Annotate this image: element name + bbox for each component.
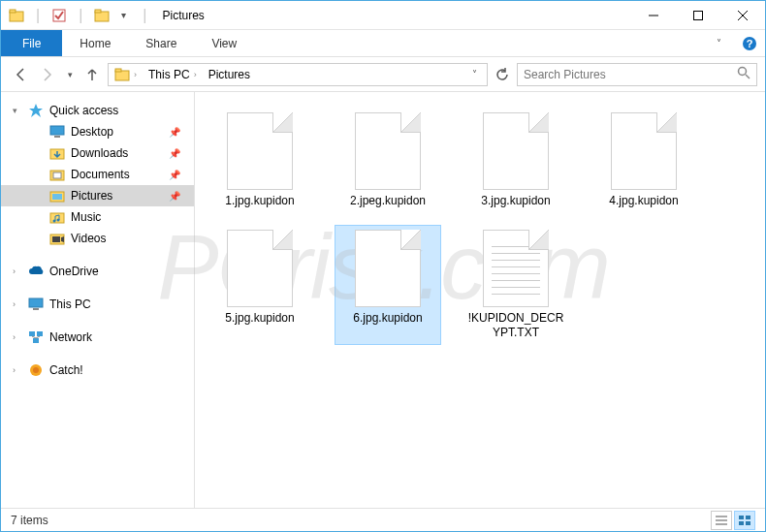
- nav-label: This PC: [49, 297, 91, 311]
- folder-icon: [49, 231, 65, 246]
- sidebar-item-downloads[interactable]: Downloads📌: [1, 142, 194, 164]
- nav-catch[interactable]: ›Catch!: [1, 360, 194, 381]
- file-label: 5.jpg.kupidon: [225, 311, 294, 326]
- folder-icon: [49, 145, 65, 161]
- svg-rect-31: [33, 338, 39, 343]
- file-item[interactable]: 1.jpg.kupidon: [207, 108, 313, 213]
- file-item[interactable]: 2.jpeg.kupidon: [335, 108, 441, 213]
- sidebar-item-desktop[interactable]: Desktop📌: [1, 121, 194, 142]
- svg-point-35: [33, 367, 39, 373]
- view-icons-button[interactable]: [734, 511, 755, 530]
- expand-icon[interactable]: ›: [13, 266, 16, 276]
- sidebar-item-documents[interactable]: Documents📌: [1, 164, 194, 185]
- file-icon: [355, 112, 421, 190]
- file-item[interactable]: !KUPIDON_DECRYPT.TXT: [463, 225, 569, 345]
- quick-access-toolbar: | | ▾ | Pictures: [1, 7, 212, 24]
- close-button[interactable]: [720, 1, 765, 30]
- minimize-button[interactable]: [631, 1, 676, 30]
- tab-share[interactable]: Share: [128, 30, 194, 56]
- svg-rect-22: [50, 213, 64, 223]
- svg-rect-40: [746, 516, 750, 519]
- qat-dropdown-icon[interactable]: ▾: [115, 8, 131, 23]
- onedrive-icon: [28, 264, 44, 279]
- breadcrumb-root-icon[interactable]: ›: [111, 64, 143, 85]
- expand-icon[interactable]: ▾: [13, 106, 17, 115]
- svg-rect-16: [54, 136, 60, 138]
- explorer-app-icon: [9, 8, 24, 23]
- svg-rect-41: [739, 521, 744, 525]
- breadcrumb[interactable]: › This PC› Pictures ˅: [108, 63, 488, 86]
- pin-icon: 📌: [169, 148, 180, 159]
- breadcrumb-pictures[interactable]: Pictures: [205, 64, 254, 85]
- nav-network[interactable]: ›Network: [1, 327, 194, 348]
- properties-icon[interactable]: [51, 8, 67, 23]
- search-box[interactable]: [517, 63, 757, 86]
- file-icon: [355, 230, 421, 307]
- refresh-button[interactable]: [492, 64, 513, 85]
- maximize-button[interactable]: [676, 1, 720, 30]
- file-label: 4.jpg.kupidon: [609, 194, 678, 208]
- file-icon: [611, 112, 677, 190]
- network-icon: [28, 329, 44, 345]
- forward-button[interactable]: [36, 63, 59, 86]
- pc-icon: [28, 297, 44, 312]
- recent-locations-button[interactable]: ▾: [63, 63, 77, 86]
- svg-point-24: [57, 219, 60, 222]
- svg-point-23: [53, 220, 56, 223]
- view-details-button[interactable]: [711, 511, 732, 530]
- file-item[interactable]: 4.jpg.kupidon: [590, 108, 697, 213]
- file-tab[interactable]: File: [1, 30, 62, 56]
- search-icon[interactable]: [737, 66, 750, 83]
- up-button[interactable]: [80, 63, 104, 86]
- title-bar: | | ▾ | Pictures: [1, 1, 765, 30]
- main-body: ▾ Quick access Desktop📌Downloads📌Documen…: [1, 92, 765, 508]
- breadcrumb-label: This PC: [148, 68, 190, 81]
- search-input[interactable]: [524, 68, 733, 81]
- svg-rect-6: [694, 11, 703, 19]
- svg-rect-27: [29, 298, 43, 307]
- folder-icon: [49, 167, 65, 182]
- ribbon-expand-button[interactable]: ˅: [703, 30, 734, 56]
- file-item[interactable]: 6.jpg.kupidon: [335, 225, 441, 345]
- sidebar-item-music[interactable]: Music: [1, 206, 194, 228]
- breadcrumb-thispc[interactable]: This PC›: [144, 64, 203, 85]
- file-grid[interactable]: 1.jpg.kupidon2.jpeg.kupidon3.jpg.kupidon…: [195, 92, 765, 508]
- svg-rect-19: [53, 172, 61, 178]
- nav-quick-access[interactable]: ▾ Quick access: [1, 100, 194, 121]
- svg-line-32: [32, 336, 36, 338]
- file-item[interactable]: 5.jpg.kupidon: [207, 225, 313, 345]
- expand-icon[interactable]: ›: [13, 365, 16, 375]
- nav-onedrive[interactable]: ›OneDrive: [1, 261, 194, 282]
- expand-icon[interactable]: ›: [13, 299, 16, 309]
- svg-rect-39: [739, 516, 744, 519]
- sidebar-item-pictures[interactable]: Pictures📌: [1, 185, 194, 206]
- sidebar-item-videos[interactable]: Videos: [1, 228, 194, 249]
- svg-rect-4: [95, 10, 101, 13]
- nav-label: Documents: [71, 168, 130, 181]
- help-button[interactable]: ?: [734, 30, 765, 56]
- item-count: 7 items: [11, 514, 48, 527]
- qat-folder-icon[interactable]: [94, 8, 110, 23]
- expand-icon[interactable]: ›: [13, 332, 16, 342]
- file-icon: [227, 230, 293, 307]
- svg-line-14: [746, 75, 750, 78]
- path-dropdown-button[interactable]: ˅: [463, 64, 485, 85]
- nav-label: Pictures: [71, 189, 112, 203]
- svg-rect-1: [10, 10, 16, 13]
- separator: |: [30, 7, 46, 24]
- nav-label: Videos: [71, 232, 106, 245]
- pin-icon: 📌: [169, 127, 180, 138]
- nav-label: Quick access: [49, 104, 118, 117]
- tab-view[interactable]: View: [194, 30, 254, 56]
- tab-home[interactable]: Home: [62, 30, 128, 56]
- navigation-pane: ▾ Quick access Desktop📌Downloads📌Documen…: [1, 92, 195, 508]
- svg-rect-26: [52, 236, 60, 242]
- back-button[interactable]: [9, 63, 32, 86]
- nav-label: Catch!: [49, 363, 83, 377]
- folder-icon: [49, 124, 65, 140]
- pin-icon: 📌: [169, 191, 180, 202]
- svg-rect-29: [29, 331, 35, 336]
- file-item[interactable]: 3.jpg.kupidon: [463, 108, 569, 213]
- nav-thispc[interactable]: ›This PC: [1, 294, 194, 315]
- svg-rect-30: [37, 331, 43, 336]
